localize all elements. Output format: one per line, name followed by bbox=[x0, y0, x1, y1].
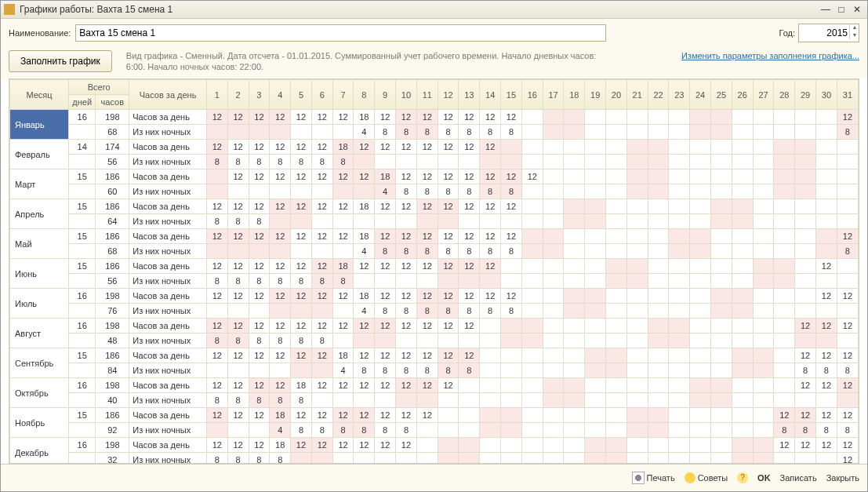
cell-night[interactable] bbox=[564, 423, 585, 438]
cell-night[interactable] bbox=[795, 333, 816, 348]
cell-night[interactable] bbox=[270, 125, 291, 140]
cell-night[interactable]: 8 bbox=[396, 363, 417, 378]
cell-day[interactable]: 12 bbox=[206, 110, 227, 125]
cell-day[interactable]: 12 bbox=[416, 199, 438, 214]
month-cell[interactable]: Март bbox=[10, 169, 69, 199]
cell-day[interactable]: 12 bbox=[816, 319, 837, 333]
cell-day[interactable]: 12 bbox=[311, 110, 332, 125]
cell-day[interactable] bbox=[521, 199, 543, 214]
cell-night[interactable] bbox=[690, 274, 711, 289]
cell-day[interactable]: 12 bbox=[501, 169, 522, 184]
cell-day[interactable]: 12 bbox=[795, 319, 816, 333]
cell-night[interactable]: 8 bbox=[206, 453, 227, 465]
cell-night[interactable] bbox=[585, 274, 606, 289]
cell-day[interactable] bbox=[732, 289, 753, 304]
cell-day[interactable]: 12 bbox=[396, 438, 417, 453]
cell-day[interactable] bbox=[669, 319, 690, 333]
month-cell[interactable]: Ноябрь bbox=[10, 408, 69, 438]
cell-night[interactable] bbox=[753, 214, 774, 229]
cell-day[interactable]: 12 bbox=[795, 408, 816, 423]
cell-day[interactable] bbox=[669, 348, 690, 363]
cell-day[interactable] bbox=[648, 110, 669, 125]
cell-day[interactable]: 12 bbox=[816, 378, 837, 393]
ok-button[interactable]: OK bbox=[757, 473, 771, 483]
cell-night[interactable] bbox=[249, 244, 270, 259]
cell-night[interactable]: 8 bbox=[270, 274, 291, 289]
cell-day[interactable]: 12 bbox=[227, 140, 249, 155]
cell-day[interactable]: 12 bbox=[396, 199, 417, 214]
cell-day[interactable]: 12 bbox=[396, 140, 417, 155]
cell-day[interactable]: 12 bbox=[816, 289, 837, 304]
cell-day[interactable] bbox=[816, 169, 837, 184]
cell-night[interactable] bbox=[206, 184, 227, 199]
cell-night[interactable] bbox=[564, 393, 585, 408]
cell-day[interactable]: 12 bbox=[249, 169, 270, 184]
cell-night[interactable] bbox=[438, 155, 459, 169]
cell-day[interactable] bbox=[732, 199, 753, 214]
cell-day[interactable]: 18 bbox=[332, 348, 354, 363]
cell-day[interactable] bbox=[521, 378, 543, 393]
cell-day[interactable] bbox=[543, 319, 564, 333]
cell-night[interactable] bbox=[396, 393, 417, 408]
cell-night[interactable]: 8 bbox=[438, 125, 459, 140]
cell-night[interactable]: 8 bbox=[416, 244, 438, 259]
cell-night[interactable]: 8 bbox=[396, 304, 417, 319]
cell-night[interactable] bbox=[669, 333, 690, 348]
cell-night[interactable] bbox=[711, 393, 732, 408]
cell-night[interactable]: 8 bbox=[249, 274, 270, 289]
cell-day[interactable] bbox=[626, 348, 648, 363]
cell-night[interactable]: 8 bbox=[795, 363, 816, 378]
cell-night[interactable]: 4 bbox=[354, 125, 375, 140]
cell-day[interactable] bbox=[690, 169, 711, 184]
cell-day[interactable] bbox=[543, 169, 564, 184]
cell-night[interactable]: 8 bbox=[837, 244, 858, 259]
cell-night[interactable] bbox=[480, 363, 501, 378]
cell-day[interactable] bbox=[606, 259, 627, 274]
cell-night[interactable] bbox=[291, 125, 312, 140]
cell-day[interactable]: 12 bbox=[311, 289, 332, 304]
cell-night[interactable]: 8 bbox=[438, 184, 459, 199]
cell-day[interactable]: 12 bbox=[837, 289, 858, 304]
cell-night[interactable] bbox=[606, 274, 627, 289]
cell-day[interactable]: 18 bbox=[270, 408, 291, 423]
cell-day[interactable]: 12 bbox=[311, 229, 332, 244]
cell-day[interactable] bbox=[606, 169, 627, 184]
cell-night[interactable]: 8 bbox=[438, 304, 459, 319]
cell-night[interactable] bbox=[732, 333, 753, 348]
cell-night[interactable] bbox=[795, 214, 816, 229]
cell-day[interactable]: 12 bbox=[291, 289, 312, 304]
cell-night[interactable] bbox=[606, 155, 627, 169]
cell-night[interactable] bbox=[459, 333, 480, 348]
cell-night[interactable] bbox=[311, 304, 332, 319]
cell-night[interactable]: 8 bbox=[416, 184, 438, 199]
cell-day[interactable]: 12 bbox=[354, 140, 375, 155]
cell-day[interactable]: 12 bbox=[311, 378, 332, 393]
cell-day[interactable]: 12 bbox=[249, 140, 270, 155]
cell-night[interactable] bbox=[753, 184, 774, 199]
cell-day[interactable]: 12 bbox=[438, 229, 459, 244]
cell-night[interactable] bbox=[375, 274, 396, 289]
cell-day[interactable] bbox=[585, 140, 606, 155]
cell-day[interactable] bbox=[774, 319, 795, 333]
cell-night[interactable]: 8 bbox=[375, 244, 396, 259]
cell-night[interactable] bbox=[648, 214, 669, 229]
cell-night[interactable] bbox=[606, 423, 627, 438]
cell-day[interactable] bbox=[711, 140, 732, 155]
cell-night[interactable] bbox=[690, 393, 711, 408]
cell-night[interactable] bbox=[774, 184, 795, 199]
cell-day[interactable] bbox=[543, 259, 564, 274]
cell-night[interactable] bbox=[690, 125, 711, 140]
cell-night[interactable]: 8 bbox=[816, 423, 837, 438]
cell-day[interactable] bbox=[732, 438, 753, 453]
cell-day[interactable]: 12 bbox=[332, 378, 354, 393]
cell-day[interactable]: 12 bbox=[816, 438, 837, 453]
cell-night[interactable] bbox=[521, 155, 543, 169]
cell-day[interactable] bbox=[690, 140, 711, 155]
cell-day[interactable] bbox=[648, 319, 669, 333]
fill-schedule-button[interactable]: Заполнить график bbox=[9, 50, 112, 72]
cell-night[interactable] bbox=[438, 274, 459, 289]
cell-night[interactable]: 8 bbox=[332, 423, 354, 438]
cell-night[interactable] bbox=[816, 453, 837, 465]
cell-night[interactable] bbox=[732, 214, 753, 229]
cell-day[interactable]: 12 bbox=[480, 229, 501, 244]
